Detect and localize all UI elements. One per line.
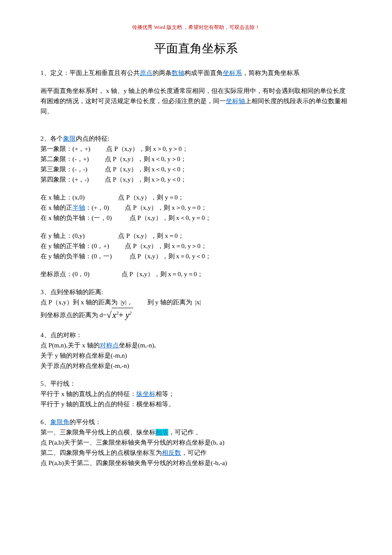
text: 点 P(m,n),关于 x 轴的 (40, 342, 100, 349)
text: 6、 (40, 419, 50, 425)
text: 坐标是(m,-n), (119, 342, 156, 349)
text: 相等； (156, 390, 175, 397)
exp: 2 (129, 310, 132, 315)
x-on-axis: 在 x 轴上：(x,0) 点 P（x,y），则 y＝0； (40, 192, 352, 202)
text: 在 x 轴的正 (40, 204, 72, 211)
header-note: 传播优秀 Word 版文档 ，希望对您有帮助，可双击去除！ (40, 23, 352, 32)
section-4-symmetry: 4、点的对称： 点 P(m,n),关于 x 轴的对称点坐标是(m,-n), 关于… (40, 330, 352, 371)
text: 到坐标原点的距离为 d= (40, 310, 107, 320)
plus: + (118, 310, 123, 320)
origin: 坐标原点：(0，0) 点 P（x,y），则 x＝0, y＝0； (40, 269, 352, 279)
text: 第二、四象限角平分线上的点横纵坐标互为 (40, 449, 162, 456)
section-5-parallel: 5、平行线： 平行于 x 轴的直线上的点的特征：纵坐标相等； 平行于 y 轴的直… (40, 379, 352, 409)
text: 内点的特征: (76, 135, 110, 142)
sqrt-sign-icon: √ (107, 307, 112, 322)
link-quadrant-angle[interactable]: 象限角 (50, 419, 69, 425)
paragraph-note: 画平面直角坐标系时， x 轴、y 轴上的单位长度通常应相同，但在实际应用中，有时… (40, 86, 352, 116)
link-number-axis[interactable]: 数轴 (172, 69, 184, 76)
y-negative: 在 y 轴的负半轴：(0，一) 点 P（x,y），则 x＝0, y＜0； (40, 251, 352, 261)
parallel-y: 平行于 y 轴的直线上的点的特征：横坐标相等。 (40, 399, 352, 409)
text: 构成平面直角 (184, 69, 223, 76)
text: 2、各个 (40, 135, 63, 142)
section-head: 3、点到坐标轴的距离: (40, 287, 352, 297)
section-x-axis: 在 x 轴上：(x,0) 点 P（x,y），则 y＝0； 在 x 轴的正半轴：(… (40, 192, 352, 223)
quadrant-2: 第二象限：(-，+) 点 P（x,y），则 x＜0, y＞0； (40, 154, 352, 164)
text: 的两条 (153, 69, 172, 76)
parallel-x: 平行于 x 轴的直线上的点的特征：纵坐标相等； (40, 389, 352, 399)
origin-line: 坐标原点：(0，0) 点 P（x,y），则 x＝0, y＝0； (40, 269, 352, 279)
section-head: 2、各个象限内点的特征: (40, 133, 352, 144)
symmetry-x: 点 P(m,n),关于 x 轴的对称点坐标是(m,-n), (40, 340, 352, 350)
text: ，简称为直角坐标系 (242, 69, 300, 76)
y-on-axis: 在 y 轴上：(0,y) 点 P（x,y），则 x＝0； (40, 231, 352, 241)
section-1-definition: 1、定义：平面上互相垂直且有公共原点的两条数轴构成平面直角坐标系，简称为直角坐标… (40, 68, 352, 78)
link-opposite-number[interactable]: 相反数 (162, 449, 181, 456)
bisector-13: 第一、三象限角平分线上的点横、纵坐标相等，可记作 。 (40, 427, 352, 437)
text: 第一、三象限角平分线上的点横、纵坐标 (40, 429, 156, 436)
distance-axes: 点 P（x,y）到 x 轴的距离为 |y|， 到 y 轴的距离为 |x| (40, 297, 352, 307)
text: 平行于 x 轴的直线上的点的特征： (40, 390, 136, 397)
section-y-axis: 在 y 轴上：(0,y) 点 P（x,y），则 x＝0； 在 y 轴的正半轴：(… (40, 231, 352, 261)
section-6-bisector: 6、象限角的平分线： 第一、三象限角平分线上的点横、纵坐标相等，可记作 。 点 … (40, 417, 352, 468)
sqrt-formula: √ x2+ y2 (107, 307, 133, 322)
quadrant-3: 第三象限：(-，-) 点 P（x,y），则 x＜0, y＜0； (40, 164, 352, 174)
symmetry-y: 关于 y 轴的对称点坐标是(-m,n) (40, 350, 352, 361)
link-coordinate-axis[interactable]: 坐标轴 (226, 98, 245, 104)
section-head: 6、象限角的平分线： (40, 417, 352, 427)
bisector-24-sym: 点 P(a,b)关于第二、四象限坐标轴夹角平分线的对称点坐标是(-b,-a) (40, 458, 352, 468)
symmetry-origin: 关于原点的对称点坐标是(-m,-n) (40, 361, 352, 371)
link-origin[interactable]: 原点 (140, 69, 153, 76)
text: ，可记作 (181, 449, 207, 456)
distance-origin: 到坐标原点的距离为 d= √ x2+ y2 (40, 307, 352, 322)
quadrant-1: 第一象限：(+，+) 点 P（x,y），则 x＞0, y＞0； (40, 144, 352, 154)
x-negative: 在 x 轴的负半轴：(一，0) 点 P（x,y），则 x＜0, y＝0； (40, 213, 352, 223)
link-half-axis[interactable]: 半轴 (72, 204, 85, 211)
bisector-24: 第二、四象限角平分线上的点横纵坐标互为相反数，可记作 (40, 448, 352, 458)
sqrt-body: x2+ y2 (112, 308, 133, 322)
text: ，可记作 。 (168, 429, 202, 436)
x-positive: 在 x 轴的正半轴：(+，0) 点 P（x,y），则 x＞0, y＝0； (40, 202, 352, 213)
var-x: x (112, 310, 116, 320)
link-symmetric-point[interactable]: 对称点 (100, 342, 119, 349)
link-equal-highlight[interactable]: 相等 (156, 429, 168, 436)
section-3-distance: 3、点到坐标轴的距离: 点 P（x,y）到 x 轴的距离为 |y|， 到 y 轴… (40, 287, 352, 322)
page-title: 平面直角坐标系 (40, 39, 352, 58)
text: 1、定义：平面上互相垂直且有公共 (40, 69, 140, 76)
quadrant-4: 第四象限：(+，-) 点 P（x,y），则 x＞0, y＜0； (40, 174, 352, 185)
section-head: 5、平行线： (40, 379, 352, 389)
link-coordinate-system[interactable]: 坐标系 (223, 69, 242, 76)
link-quadrant[interactable]: 象限 (63, 135, 76, 142)
section-head: 4、点的对称： (40, 330, 352, 340)
y-positive: 在 y 轴的正半轴：(0，+) 点 P（x,y），则 x＝0, y＞0； (40, 241, 352, 251)
bisector-13-sym: 点 P(a,b)关于第一、三象限坐标轴夹角平分线的对称点坐标是(b, a) (40, 437, 352, 448)
text: ：(+，0) 点 P（x,y），则 x＞0, y＝0； (85, 204, 207, 211)
text: 的平分线： (69, 419, 101, 425)
section-2-quadrants: 2、各个象限内点的特征: 第一象限：(+，+) 点 P（x,y），则 x＞0, … (40, 133, 352, 185)
link-ordinate[interactable]: 纵坐标 (136, 390, 156, 397)
